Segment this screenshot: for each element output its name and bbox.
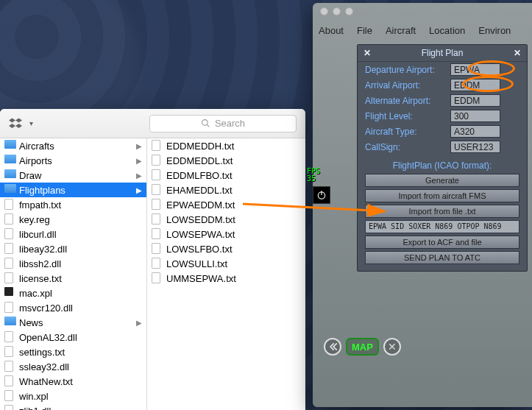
import-file-button[interactable]: Import from file .txt xyxy=(365,205,519,218)
finder-window: ▾ Search Aircrafts▶Airports▶Draw▶Flightp… xyxy=(0,109,305,410)
file-label: win.xpl xyxy=(19,391,142,402)
file-label: EDDMLFBO.txt xyxy=(166,170,290,181)
map-button[interactable]: MAP xyxy=(346,338,379,356)
file-label: libssh2.dll xyxy=(19,258,142,269)
finder-item[interactable]: Aircrafts▶ xyxy=(0,138,146,153)
import-fms-button[interactable]: Import from aircraft FMS xyxy=(365,189,519,202)
menu-about[interactable]: About xyxy=(319,25,344,36)
close-traffic-light[interactable] xyxy=(320,7,328,15)
finder-item[interactable]: fmpath.txt xyxy=(0,197,146,212)
finder-item[interactable]: win.xpl xyxy=(0,389,146,403)
search-placeholder: Search xyxy=(215,118,245,129)
file-label: EHAMEDDL.txt xyxy=(166,185,290,196)
file-label: license.txt xyxy=(19,273,142,284)
close-icon-right[interactable]: ✕ xyxy=(512,48,522,58)
file-label: LOWSULLI.txt xyxy=(166,258,290,269)
file-label: Flightplans xyxy=(19,185,133,196)
document-icon xyxy=(152,213,163,225)
document-icon xyxy=(4,331,16,343)
folder-icon xyxy=(4,184,16,196)
route-display[interactable]: EPWA SID SOXER N869 OTPOP N869 xyxy=(365,220,519,233)
back-icon[interactable] xyxy=(324,338,341,356)
window-controls xyxy=(320,7,353,15)
aircrafttype-label: Aircraft Type: xyxy=(365,127,446,137)
arrival-input[interactable] xyxy=(450,79,500,91)
finder-item[interactable]: LOWSULLI.txt xyxy=(147,256,294,271)
file-label: key.reg xyxy=(19,214,142,225)
file-label: LOWSEDDM.txt xyxy=(166,214,290,225)
document-icon xyxy=(152,169,163,181)
file-label: libeay32.dll xyxy=(19,244,142,255)
svg-line-1 xyxy=(207,124,209,127)
departure-input[interactable] xyxy=(450,63,500,76)
file-label: WhatNew.txt xyxy=(19,376,142,387)
document-icon xyxy=(4,361,16,372)
callsign-input[interactable] xyxy=(450,141,500,153)
finder-item[interactable]: LOWSLFBO.txt xyxy=(147,241,294,256)
alternate-label: Alternate Airport: xyxy=(365,96,446,106)
finder-item[interactable]: EDDMEDDH.txt xyxy=(147,138,294,153)
document-icon xyxy=(4,375,16,387)
finder-item[interactable]: LOWSEDDM.txt xyxy=(147,212,294,227)
finder-item[interactable]: ssleay32.dll xyxy=(0,359,146,374)
menu-location[interactable]: Location xyxy=(429,25,465,36)
close-icon[interactable]: ✕ xyxy=(362,48,372,58)
file-label: zlib1.dll xyxy=(19,406,142,411)
finder-column-1: Aircrafts▶Airports▶Draw▶Flightplans▶fmpa… xyxy=(0,138,147,410)
send-atc-button[interactable]: SEND PLAN TO ATC xyxy=(365,251,519,264)
finder-item[interactable]: libcurl.dll xyxy=(0,227,146,241)
chevron-right-icon: ▶ xyxy=(136,172,142,180)
file-label: Draw xyxy=(19,170,133,181)
finder-item[interactable]: Flightplans▶ xyxy=(0,183,146,197)
power-icon[interactable] xyxy=(313,186,330,204)
finder-search[interactable]: Search xyxy=(149,115,297,132)
menu-aircraft[interactable]: Aircraft xyxy=(386,25,416,36)
flightlevel-input[interactable] xyxy=(450,110,500,122)
folder-icon xyxy=(4,169,16,181)
export-button[interactable]: Export to ACF and file xyxy=(365,236,519,249)
finder-item[interactable]: LOWSEPWA.txt xyxy=(147,227,294,241)
arrival-label: Arrival Airport: xyxy=(365,80,446,91)
finder-item[interactable]: settings.txt xyxy=(0,344,146,359)
generate-button[interactable]: Generate xyxy=(365,174,519,187)
hud-fps-value: 35 xyxy=(307,175,320,183)
file-label: settings.txt xyxy=(19,347,142,358)
close-circle-icon[interactable]: ✕ xyxy=(383,338,401,356)
finder-item[interactable]: license.txt xyxy=(0,271,146,286)
finder-item[interactable]: libssh2.dll xyxy=(0,256,146,271)
file-label: LOWSLFBO.txt xyxy=(166,244,290,255)
flightplan-header: ✕ Flight Plan ✕ xyxy=(358,45,527,62)
callsign-label: CallSign: xyxy=(365,142,446,152)
finder-item[interactable]: EHAMEDDL.txt xyxy=(147,183,294,197)
finder-item[interactable]: UMMSEPWA.txt xyxy=(147,271,294,286)
chevron-right-icon: ▶ xyxy=(136,319,142,327)
dropdown-chevron-icon[interactable]: ▾ xyxy=(29,119,33,127)
finder-item[interactable]: key.reg xyxy=(0,212,146,227)
minimize-traffic-light[interactable] xyxy=(333,7,341,15)
finder-item[interactable]: EPWAEDDM.txt xyxy=(147,197,294,212)
finder-item[interactable]: libeay32.dll xyxy=(0,241,146,256)
departure-label: Departure Airport: xyxy=(365,65,446,75)
finder-item[interactable]: OpenAL32.dll xyxy=(0,330,146,344)
menu-file[interactable]: File xyxy=(357,25,372,36)
finder-item[interactable]: zlib1.dll xyxy=(0,403,146,410)
finder-item[interactable]: EDDMLFBO.txt xyxy=(147,168,294,183)
document-icon xyxy=(152,140,163,152)
file-label: OpenAL32.dll xyxy=(19,332,142,343)
finder-item[interactable]: EDDMEDDL.txt xyxy=(147,153,294,168)
zoom-traffic-light[interactable] xyxy=(345,7,353,15)
alternate-input[interactable] xyxy=(450,94,500,107)
aircrafttype-input[interactable] xyxy=(450,125,500,138)
document-icon xyxy=(4,346,16,358)
finder-item[interactable]: News▶ xyxy=(0,315,146,330)
menu-environ[interactable]: Environ xyxy=(478,25,511,36)
finder-item[interactable]: Airports▶ xyxy=(0,153,146,168)
document-icon xyxy=(152,272,163,284)
dropbox-icon[interactable] xyxy=(9,117,22,130)
finder-item[interactable]: Draw▶ xyxy=(0,168,146,183)
finder-item[interactable]: WhatNew.txt xyxy=(0,374,146,389)
finder-item[interactable]: msvcr120.dll xyxy=(0,300,146,315)
finder-item[interactable]: mac.xpl xyxy=(0,286,146,300)
file-label: fmpath.txt xyxy=(19,199,142,211)
document-icon xyxy=(152,184,163,196)
